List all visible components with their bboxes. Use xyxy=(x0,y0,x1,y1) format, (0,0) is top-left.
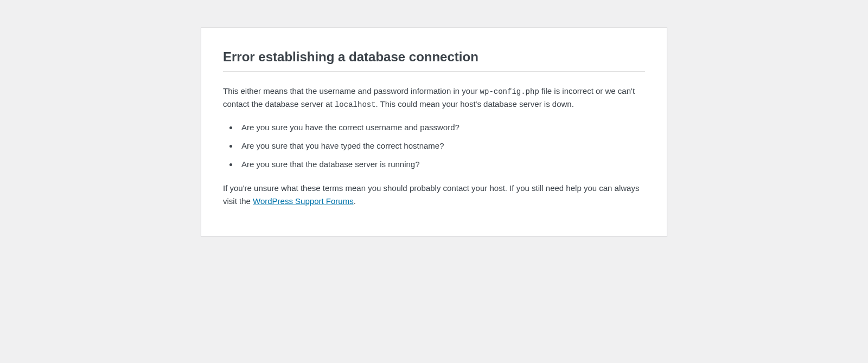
desc-text-1: This either means that the username and … xyxy=(223,86,480,95)
hostname-code: localhost xyxy=(335,100,376,109)
config-file-code: wp-config.php xyxy=(480,87,539,96)
troubleshoot-list: Are you sure you have the correct userna… xyxy=(238,121,645,171)
list-item: Are you sure you have the correct userna… xyxy=(238,121,645,134)
error-heading: Error establishing a database connection xyxy=(223,39,645,72)
error-card: Error establishing a database connection… xyxy=(201,27,667,237)
desc-text-3: . This could mean your host's database s… xyxy=(376,99,574,109)
error-description: This either means that the username and … xyxy=(223,85,645,111)
help-text-2: . xyxy=(354,196,356,206)
help-paragraph: If you're unsure what these terms mean y… xyxy=(223,182,645,208)
support-forums-link[interactable]: WordPress Support Forums xyxy=(253,196,354,206)
list-item: Are you sure that the database server is… xyxy=(238,158,645,171)
list-item: Are you sure that you have typed the cor… xyxy=(238,139,645,152)
